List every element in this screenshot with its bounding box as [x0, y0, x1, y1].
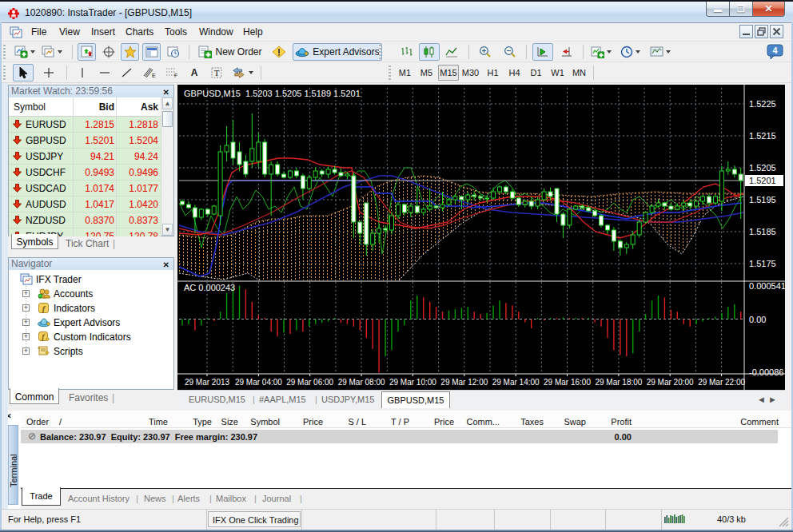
svg-text:1.5201: 1.5201 — [749, 176, 776, 185]
svg-text:29 Mar 08:00: 29 Mar 08:00 — [338, 378, 385, 387]
svg-text:29 Mar 2013: 29 Mar 2013 — [185, 378, 230, 387]
svg-text:GBPUSD,M15 1.5203 1.5205 1.51: GBPUSD,M15 1.5203 1.5205 1.5189 1.5201 — [184, 89, 361, 98]
svg-text:29 Mar 04:00: 29 Mar 04:00 — [235, 378, 282, 387]
svg-text:-0.00086: -0.00086 — [749, 367, 783, 377]
svg-text:4: 4 — [772, 46, 778, 55]
svg-text:T: T — [214, 68, 220, 77]
svg-text:1.5195: 1.5195 — [749, 195, 776, 204]
svg-text:1.5185: 1.5185 — [749, 227, 776, 236]
svg-text:1.5205: 1.5205 — [749, 163, 776, 173]
svg-text:F: F — [174, 73, 177, 78]
svg-text:29 Mar 18:00: 29 Mar 18:00 — [595, 378, 642, 387]
svg-text:0.000541: 0.000541 — [749, 281, 785, 291]
svg-text:29 Mar 06:00: 29 Mar 06:00 — [286, 378, 333, 387]
svg-text:29 Mar 20:00: 29 Mar 20:00 — [647, 378, 694, 387]
svg-text:29 Mar 10:00: 29 Mar 10:00 — [389, 378, 436, 387]
svg-text:29 Mar 16:00: 29 Mar 16:00 — [544, 378, 591, 387]
svg-text:29 Mar 14:00: 29 Mar 14:00 — [492, 378, 540, 387]
svg-text:AC 0.000243: AC 0.000243 — [184, 283, 235, 292]
svg-text:29 Mar 22:00: 29 Mar 22:00 — [698, 378, 745, 387]
svg-text:29 Mar 12:00: 29 Mar 12:00 — [440, 378, 488, 387]
svg-text:0.00: 0.00 — [749, 315, 766, 324]
svg-text:1.5175: 1.5175 — [749, 259, 776, 268]
svg-text:E: E — [152, 73, 156, 78]
svg-text:1.5215: 1.5215 — [749, 131, 776, 141]
svg-text:1.5225: 1.5225 — [749, 99, 776, 109]
